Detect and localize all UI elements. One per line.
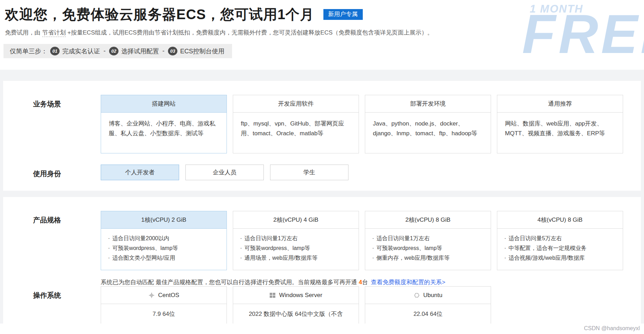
- csdn-credit: CSDN @handsomeyxl: [0, 324, 644, 334]
- steps-bar: 仅简单三步： 01 完成实名认证 - 02 选择试用配置 - 03 ECS控制台…: [3, 44, 232, 58]
- step-3-number: 03: [168, 47, 177, 55]
- spec-card-2c4g[interactable]: 2核(vCPU) 4 GiB 适合日访问量1万左右 可预装wordpress、l…: [233, 211, 359, 270]
- os-version: 2022 数据中心版 64位中文版（不含: [233, 304, 359, 318]
- os-card-title: CentOS: [158, 292, 179, 299]
- spec-note-unit: 台: [362, 279, 368, 286]
- spec-panel: 产品规格 1核(vCPU) 2 GiB 适合日访问量2000以内 可预装word…: [3, 197, 641, 334]
- centos-icon: [148, 292, 155, 298]
- windows-icon: [269, 292, 276, 298]
- identity-row: 使用身份 个人开发者 企业人员 学生: [33, 165, 627, 180]
- scenario-card-deploy-env[interactable]: 部署开发环境 Java、python、node.js、docker、django…: [365, 95, 491, 153]
- step-2-label: 选择试用配置: [121, 47, 159, 55]
- scenario-card-general[interactable]: 通用推荐 网站、数据库、web应用、app开发、MQTT、视频直播、游戏服务、E…: [497, 95, 623, 153]
- spec-item: 适合视频/游戏/web应用/数据库: [504, 253, 616, 263]
- savings-plan-link[interactable]: 节省计划: [42, 29, 66, 37]
- os-card-title: Windows Server: [279, 292, 322, 299]
- scenario-card-desc: 博客、企业网站、小程序、电商、游戏私服、私人云盘、小型数据库、测试等: [101, 113, 227, 138]
- spec-card-1c2g[interactable]: 1核(vCPU) 2 GiB 适合日访问量2000以内 可预装wordpress…: [101, 211, 227, 270]
- identity-personal-developer-button[interactable]: 个人开发者: [101, 165, 179, 180]
- new-user-badge: 新用户专属: [323, 9, 363, 20]
- spec-item: 中等配置，适合有一定规模业务: [504, 243, 616, 253]
- scenario-row-label: 业务场景: [33, 95, 101, 153]
- spec-card-4c8g[interactable]: 4核(vCPU) 8 GiB 适合日访问量5万左右 中等配置，适合有一定规模业务…: [497, 211, 623, 270]
- step-3-label: ECS控制台使用: [180, 47, 224, 55]
- spec-item: 适合日访问量2000以内: [108, 234, 220, 243]
- spec-card-title: 2核(vCPU) 4 GiB: [233, 211, 359, 229]
- spec-card-2c8g[interactable]: 2核(vCPU) 8 GiB 适合日访问量1万左右 可预装wordpress、l…: [365, 211, 491, 270]
- spec-item: 适合日访问量5万左右: [504, 234, 616, 243]
- spec-item: 侧重内存，web应用/数据库等: [372, 253, 484, 263]
- spec-note: 系统已为您自动匹配 最佳产品规格配置，您也可以自行选择进行免费试用。当前规格最多…: [101, 278, 627, 286]
- spec-item: 适合图文类小型网站/应用: [108, 253, 220, 263]
- spec-row-label: 产品规格: [33, 211, 101, 270]
- identity-enterprise-button[interactable]: 企业人员: [185, 165, 264, 180]
- hero-header: 1 MONTH FREE 欢迎您，免费体验云服务器ECS，您可试用1个月 新用户…: [0, 0, 644, 70]
- spec-card-title: 4核(vCPU) 8 GiB: [497, 211, 623, 229]
- os-card-title: Ubuntu: [423, 292, 443, 299]
- spec-row: 产品规格 1核(vCPU) 2 GiB 适合日访问量2000以内 可预装word…: [33, 211, 627, 270]
- quota-relation-link[interactable]: 查看免费额度和配置的关系>: [371, 279, 445, 286]
- spec-item: 可预装wordpress、lamp等: [108, 243, 220, 253]
- subtitle-text-post: +按量ECS组成，试用ECS费用由节省计划抵扣，免费额度内，无需额外付费，您可灵…: [66, 29, 434, 36]
- ubuntu-icon: [414, 292, 420, 298]
- spec-item: 可预装wordpress、lamp等: [372, 243, 484, 253]
- step-1-number: 01: [50, 47, 60, 55]
- content-band: 业务场景 搭建网站 博客、企业网站、小程序、电商、游戏私服、私人云盘、小型数据库…: [0, 70, 644, 334]
- step-1-label: 完成实名认证: [62, 47, 100, 55]
- subtitle-text-pre: 免费试用，由: [5, 29, 42, 36]
- step-2-number: 02: [109, 47, 118, 55]
- scenario-card-title: 通用推荐: [497, 95, 623, 113]
- spec-card-title: 1核(vCPU) 2 GiB: [101, 211, 227, 229]
- scenario-card-desc: 网站、数据库、web应用、app开发、MQTT、视频直播、游戏服务、ERP等: [497, 113, 623, 138]
- steps-label: 仅简单三步：: [10, 47, 47, 55]
- scenario-row: 业务场景 搭建网站 博客、企业网站、小程序、电商、游戏私服、私人云盘、小型数据库…: [33, 95, 627, 153]
- spec-item: 适合日访问量1万左右: [240, 234, 352, 243]
- scenario-card-title: 部署开发环境: [365, 95, 491, 113]
- step-separator: -: [162, 47, 165, 55]
- spec-item: 可预装wordpress、lamp等: [240, 243, 352, 253]
- scenario-card-desc: Java、python、node.js、docker、django、lnmp、t…: [365, 113, 491, 138]
- spec-note-count: 4: [359, 279, 362, 286]
- spec-card-title: 2核(vCPU) 8 GiB: [365, 211, 491, 229]
- scenario-card-desc: ftp、mysql、vpn、GitHub、部署网页应用、tomact、Oracl…: [233, 113, 359, 138]
- scenario-panel: 业务场景 搭建网站 博客、企业网站、小程序、电商、游戏私服、私人云盘、小型数据库…: [3, 81, 641, 191]
- scenario-card-title: 搭建网站: [101, 95, 227, 113]
- identity-student-button[interactable]: 学生: [270, 165, 348, 180]
- scenario-card-develop-software[interactable]: 开发应用软件 ftp、mysql、vpn、GitHub、部署网页应用、tomac…: [233, 95, 359, 153]
- spec-item: 适合日访问量1万左右: [372, 234, 484, 243]
- step-separator: -: [103, 47, 106, 55]
- scenario-card-build-website[interactable]: 搭建网站 博客、企业网站、小程序、电商、游戏私服、私人云盘、小型数据库、测试等: [101, 95, 227, 153]
- page-title: 欢迎您，免费体验云服务器ECS，您可试用1个月: [5, 5, 314, 24]
- scenario-card-title: 开发应用软件: [233, 95, 359, 113]
- os-version: 22.04 64位: [365, 304, 491, 318]
- spec-note-text: 系统已为您自动匹配 最佳产品规格配置，您也可以自行选择进行免费试用。当前规格最多…: [101, 279, 359, 286]
- page-subtitle: 免费试用，由 节省计划 +按量ECS组成，试用ECS费用由节省计划抵扣，免费额度…: [5, 29, 644, 37]
- identity-row-label: 使用身份: [33, 165, 101, 180]
- spec-item: 通用场景，web应用/数据库等: [240, 253, 352, 263]
- os-version: 7.9 64位: [101, 304, 227, 318]
